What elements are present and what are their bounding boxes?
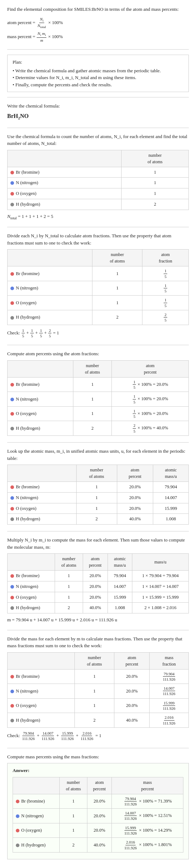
table-row: N (nitrogen) 1 20.0% 14.007 1 × 14.007 =…	[8, 581, 189, 592]
t2-element-br: Br (bromine)	[8, 266, 92, 281]
table-row: N (nitrogen) 1 15 × 100% = 20.0%	[8, 392, 189, 407]
table-row: O (oxygen) 1 20.0% 15.999111.926 × 100% …	[13, 823, 183, 838]
t2-element-h: H (hydrogen)	[8, 310, 92, 325]
table-row: N (nitrogen) 1 20.0% 14.007	[8, 492, 189, 503]
table1-col-element	[8, 150, 122, 167]
table1-col-atoms: numberof atoms	[122, 150, 189, 167]
table-row: N (nitrogen) 1 20.0% 14.007111.926	[8, 684, 189, 699]
table4: numberof atoms atompercent atomicmass/u …	[7, 465, 189, 525]
table1-caption: Use the chemical formula to count the nu…	[7, 133, 189, 147]
table-row: H (hydrogen) 2 40.0% 2.016111.926	[8, 713, 189, 728]
answer-table: numberof atoms atompercent masspercent B…	[13, 777, 183, 853]
page-title: Find the elemental composition for SMILE…	[7, 6, 189, 43]
table-row: Br (bromine) 1 15 × 100% = 20.0%	[8, 377, 189, 392]
table3-col-atoms: numberof atoms	[73, 360, 112, 377]
check-line-2: Check: 15 + 15 + 15 + 25 = 1	[7, 328, 189, 339]
chemical-formula-label: Write the chemical formula:	[7, 102, 189, 110]
table-row: N (nitrogen) 1 20.0% 14.007111.926 × 100…	[13, 809, 183, 823]
element-br: Br (bromine)	[8, 167, 122, 178]
mass-percent-frac: Ni mi m	[37, 31, 46, 43]
mass-total-line: m = 79.904 u + 14.007 u + 15.999 u + 2.0…	[7, 616, 189, 623]
table2-col-element	[8, 250, 92, 266]
table4-section: Look up the atomic mass, m_i, in unified…	[7, 448, 189, 525]
plan-step-3: Finally, compute the percents and check …	[13, 81, 183, 88]
chemical-formula-display: BrH2NO	[7, 112, 189, 121]
answer-box: Answer: numberof atoms atompercent massp…	[7, 763, 189, 859]
table3-section: Compute atom percents using the atom fra…	[7, 350, 189, 436]
table5-section: Multiply N_i by m_i to compute the mass …	[7, 536, 189, 623]
table2: numberof atoms atomfraction Br (bromine)…	[7, 249, 189, 325]
dot-br	[10, 171, 14, 174]
table1-section: Use the chemical formula to count the nu…	[7, 133, 189, 221]
table-row: O (oxygen) 1 15	[8, 296, 189, 310]
table-row: Br (bromine) 1 20.0% 79.904 1 × 79.904 =…	[8, 571, 189, 581]
table-row: O (oxygen) 1 20.0% 15.999	[8, 503, 189, 514]
plan-step-1: Write the chemical formula and gather at…	[13, 67, 183, 74]
divider-8	[7, 630, 189, 630]
table3-caption: Compute atom percents using the atom fra…	[7, 350, 189, 357]
plan-box: Plan: Write the chemical formula and gat…	[7, 55, 189, 92]
answer-section: Compute mass percents using the mass fra…	[7, 753, 189, 859]
answer-label: Answer:	[13, 767, 183, 774]
table-row: H (hydrogen) 2 40.0% 1.008	[8, 514, 189, 525]
divider-1	[7, 49, 189, 50]
atoms-n: 1	[122, 178, 189, 188]
table-row: H (hydrogen) 2	[8, 199, 189, 210]
t2-element-n: N (nitrogen)	[8, 281, 92, 296]
answer-caption: Compute mass percents using the mass fra…	[7, 753, 189, 760]
table-row: N (nitrogen) 1 15	[8, 281, 189, 296]
element-h: H (hydrogen)	[8, 199, 122, 210]
ntotal-line: Ntotal = 1 + 1 + 1 + 2 = 5	[7, 213, 189, 221]
divider-3	[7, 128, 189, 128]
dot-h	[10, 203, 14, 206]
table-row: Br (bromine) 1 15	[8, 266, 189, 281]
table-row: H (hydrogen) 2 25 × 100% = 40.0%	[8, 421, 189, 436]
table2-caption: Divide each N_i by N_total to calculate …	[7, 232, 189, 246]
table2-section: Divide each N_i by N_total to calculate …	[7, 232, 189, 338]
element-o: O (oxygen)	[8, 188, 122, 199]
table3: numberof atoms atompercent Br (bromine) …	[7, 360, 189, 436]
plan-label: Plan:	[13, 59, 183, 66]
table-row: Br (bromine) 1 20.0% 79.904111.926 × 100…	[13, 794, 183, 809]
divider-6	[7, 442, 189, 443]
table-row: Br (bromine) 1	[8, 167, 189, 178]
table2-col-atoms: numberof atoms	[92, 250, 142, 266]
table3-col-percent: atompercent	[112, 360, 189, 377]
table-row: Br (bromine) 1 20.0% 79.904111.926	[8, 669, 189, 684]
table-row: O (oxygen) 1	[8, 188, 189, 199]
chemical-formula-section: Write the chemical formula: BrH2NO	[7, 102, 189, 121]
table-row: O (oxygen) 1 20.0% 15.999 1 × 15.999 = 1…	[8, 592, 189, 603]
t2-element-o: O (oxygen)	[8, 296, 92, 310]
table-row: O (oxygen) 1 15 × 100% = 20.0%	[8, 406, 189, 421]
divider-7	[7, 531, 189, 531]
table-row: Br (bromine) 1 20.0% 79.904	[8, 482, 189, 493]
table3-col-element	[8, 360, 73, 377]
dot-o	[10, 192, 14, 196]
atom-percent-frac: Ni Ntotal	[37, 17, 46, 30]
table-row: H (hydrogen) 2 25	[8, 310, 189, 325]
table2-col-fraction: atomfraction	[142, 250, 189, 266]
mass-percent-formula: mass percent = Ni mi m × 100%	[7, 31, 189, 43]
atoms-br: 1	[122, 167, 189, 178]
atom-percent-formula: atom percent = Ni Ntotal × 100%	[7, 17, 189, 30]
atoms-h: 2	[122, 199, 189, 210]
divider-4	[7, 227, 189, 227]
table6: numberof atoms atompercent massfraction …	[7, 652, 189, 728]
table1: numberof atoms Br (bromine) 1 N (nitroge…	[7, 150, 189, 210]
divider-2	[7, 97, 189, 97]
table6-caption: Divide the mass for each element by m to…	[7, 635, 189, 649]
table-row: H (hydrogen) 2 40.0% 1.008 2 × 1.008 = 2…	[8, 603, 189, 613]
table-row: H (hydrogen) 2 40.0% 2.016111.926 × 100%…	[13, 838, 183, 853]
divider-9	[7, 748, 189, 748]
check-line-6: Check: 79.904111.926 + 14.007111.926 + 1…	[7, 731, 189, 741]
element-n: N (nitrogen)	[8, 178, 122, 188]
plan-step-2: Determine values for N_i, m_i, N_total a…	[13, 74, 183, 81]
atoms-o: 1	[122, 188, 189, 199]
table5-caption: Multiply N_i by m_i to compute the mass …	[7, 536, 189, 551]
dot-n	[10, 181, 14, 185]
table-row: N (nitrogen) 1	[8, 178, 189, 188]
table-row: O (oxygen) 1 20.0% 15.999111.926	[8, 698, 189, 713]
plan-steps: Write the chemical formula and gather at…	[13, 67, 183, 88]
table4-caption: Look up the atomic mass, m_i, in unified…	[7, 448, 189, 462]
divider-5	[7, 345, 189, 345]
